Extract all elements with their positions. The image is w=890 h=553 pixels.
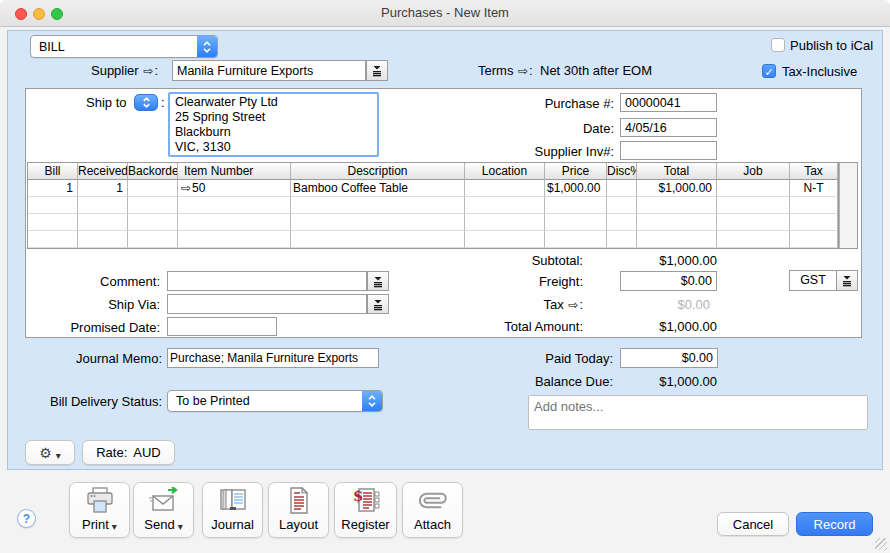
- cell-received[interactable]: 1: [78, 180, 128, 197]
- col-header-price[interactable]: Price: [545, 163, 607, 180]
- supplier-inv-input[interactable]: [620, 141, 717, 160]
- paid-today-input[interactable]: [620, 348, 718, 368]
- col-header-job[interactable]: Job: [717, 163, 790, 180]
- ship-to-stepper[interactable]: [134, 94, 158, 111]
- rate-button[interactable]: Rate: AUD: [82, 440, 175, 465]
- col-header-bill[interactable]: Bill: [28, 163, 78, 180]
- journal-memo-input[interactable]: [167, 348, 379, 368]
- table-cell[interactable]: [607, 214, 637, 231]
- print-button[interactable]: Print▾: [69, 482, 130, 538]
- col-header-received[interactable]: Received: [78, 163, 128, 180]
- table-cell[interactable]: [790, 214, 838, 231]
- table-cell[interactable]: [607, 231, 637, 248]
- table-cell[interactable]: [465, 231, 545, 248]
- settings-button[interactable]: ⚙ ▾: [25, 440, 75, 465]
- cell-job[interactable]: [717, 180, 790, 197]
- table-cell[interactable]: [790, 197, 838, 214]
- table-cell[interactable]: [545, 197, 607, 214]
- record-button[interactable]: Record: [796, 512, 873, 536]
- layout-button[interactable]: Layout: [268, 482, 329, 538]
- table-cell[interactable]: [465, 214, 545, 231]
- resize-grip[interactable]: [875, 538, 887, 550]
- cell-location[interactable]: [465, 180, 545, 197]
- transaction-type-select[interactable]: BILL: [30, 35, 218, 58]
- col-header-location[interactable]: Location: [465, 163, 545, 180]
- notes-input[interactable]: [528, 395, 868, 430]
- cell-bill[interactable]: 1: [28, 180, 78, 197]
- table-cell[interactable]: [717, 214, 790, 231]
- table-cell[interactable]: [28, 214, 78, 231]
- col-header-tax[interactable]: Tax: [790, 163, 838, 180]
- total-amount-value: $1,000.00: [600, 319, 717, 334]
- col-header-description[interactable]: Description: [291, 163, 465, 180]
- stepper-icon: [362, 391, 382, 411]
- table-cell[interactable]: [545, 214, 607, 231]
- table-cell[interactable]: [717, 231, 790, 248]
- table-cell[interactable]: [28, 231, 78, 248]
- table-cell[interactable]: [291, 231, 465, 248]
- cell-disc[interactable]: [607, 180, 637, 197]
- freight-tax-code-select[interactable]: GST: [789, 270, 858, 291]
- freight-input[interactable]: [620, 271, 717, 291]
- cell-item-number[interactable]: ⇨50: [178, 180, 291, 197]
- cancel-button[interactable]: Cancel: [717, 512, 789, 536]
- table-cell[interactable]: [790, 231, 838, 248]
- table-cell[interactable]: [128, 231, 178, 248]
- cell-description[interactable]: Bamboo Coffee Table: [291, 180, 465, 197]
- date-label: Date:: [470, 121, 614, 136]
- cell-total[interactable]: $1,000.00: [637, 180, 717, 197]
- item-zoom-arrow-icon[interactable]: ⇨: [180, 181, 192, 195]
- publish-ical-checkbox[interactable]: [771, 38, 785, 52]
- date-input[interactable]: [620, 118, 717, 137]
- table-cell[interactable]: [465, 197, 545, 214]
- table-cell[interactable]: [178, 197, 291, 214]
- promised-date-input[interactable]: [167, 317, 277, 336]
- table-cell[interactable]: [291, 214, 465, 231]
- table-cell[interactable]: [28, 197, 78, 214]
- col-header-item-number[interactable]: Item Number: [178, 163, 291, 180]
- table-cell[interactable]: [128, 197, 178, 214]
- table-scrollbar[interactable]: [839, 162, 858, 249]
- send-button[interactable]: Send▾: [133, 482, 194, 538]
- col-header-backorder[interactable]: Backorder: [128, 163, 178, 180]
- supplier-zoom-arrow-icon[interactable]: ⇨: [142, 64, 154, 78]
- ship-via-dropdown-button[interactable]: [367, 294, 389, 314]
- cell-price[interactable]: $1,000.00: [545, 180, 607, 197]
- comment-dropdown-button[interactable]: [367, 271, 389, 291]
- cell-tax[interactable]: N-T: [790, 180, 838, 197]
- ship-to-address[interactable]: Clearwater Pty Ltd 25 Spring Street Blac…: [168, 92, 379, 157]
- supplier-input[interactable]: [172, 60, 366, 81]
- table-cell[interactable]: [637, 231, 717, 248]
- comment-input[interactable]: [167, 271, 367, 291]
- table-cell[interactable]: [607, 197, 637, 214]
- col-header-total[interactable]: Total: [637, 163, 717, 180]
- ship-via-input[interactable]: [167, 294, 367, 314]
- table-cell[interactable]: [178, 214, 291, 231]
- table-cell[interactable]: [78, 231, 128, 248]
- balance-due-value: $1,000.00: [600, 374, 717, 389]
- table-cell[interactable]: [291, 197, 465, 214]
- col-header-disc[interactable]: Disc%: [607, 163, 637, 180]
- journal-button[interactable]: Journal: [202, 482, 263, 538]
- table-cell[interactable]: [128, 214, 178, 231]
- tax-zoom-arrow-icon[interactable]: ⇨: [567, 298, 579, 312]
- tax-inclusive-checkbox[interactable]: ✓: [762, 64, 776, 78]
- table-cell[interactable]: [637, 197, 717, 214]
- bill-delivery-select[interactable]: To be Printed: [167, 390, 383, 412]
- register-button[interactable]: $ Register: [334, 482, 397, 538]
- line-items-table: Bill Received Backorder Item Number Desc…: [27, 162, 839, 249]
- help-button[interactable]: ?: [17, 509, 36, 528]
- table-cell[interactable]: [78, 197, 128, 214]
- attach-button[interactable]: Attach: [402, 482, 463, 538]
- table-cell[interactable]: [637, 214, 717, 231]
- table-cell[interactable]: [178, 231, 291, 248]
- total-amount-label: Total Amount:: [450, 319, 583, 334]
- table-cell[interactable]: [717, 197, 790, 214]
- table-cell[interactable]: [545, 231, 607, 248]
- supplier-dropdown-button[interactable]: [366, 60, 388, 81]
- send-email-icon: [148, 487, 180, 514]
- terms-zoom-arrow-icon[interactable]: ⇨: [517, 64, 529, 78]
- cell-backorder[interactable]: [128, 180, 178, 197]
- table-cell[interactable]: [78, 214, 128, 231]
- purchase-no-input[interactable]: [620, 93, 717, 112]
